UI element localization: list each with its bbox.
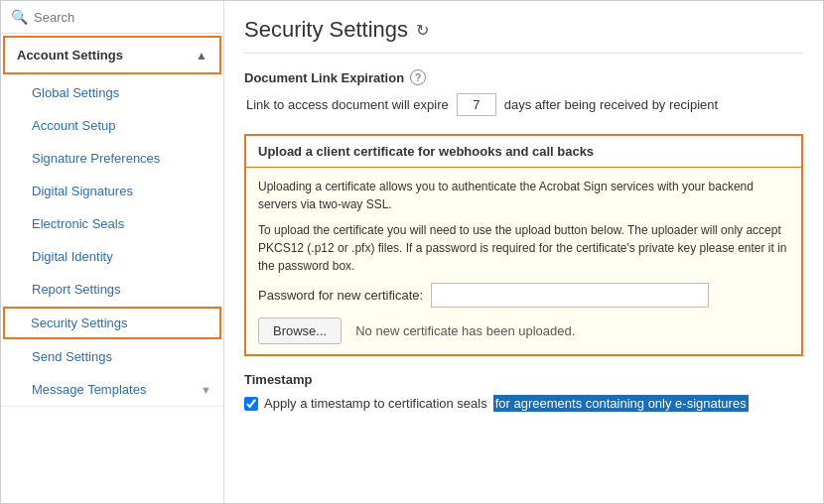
timestamp-section: Timestamp Apply a timestamp to certifica… <box>244 372 803 412</box>
sidebar-item-security-settings[interactable]: Security Settings <box>3 307 221 339</box>
days-input[interactable] <box>457 93 496 116</box>
search-icon: 🔍 <box>11 9 28 25</box>
cert-password-input[interactable] <box>431 283 709 308</box>
cert-upload-body: Uploading a certificate allows you to au… <box>246 168 801 354</box>
cert-info-text-1: Uploading a certificate allows you to au… <box>258 178 789 213</box>
sidebar-child-label: Send Settings <box>32 349 112 364</box>
sidebar-child-label: Security Settings <box>31 315 128 330</box>
sidebar-parent-label: Account Settings <box>17 48 123 63</box>
cert-password-label: Password for new certificate: <box>258 288 423 303</box>
expiration-row: Link to access document will expire days… <box>246 93 803 116</box>
expiration-suffix: days after being received by recipient <box>504 97 718 112</box>
sidebar-item-signature-preferences[interactable]: Signature Preferences <box>1 142 223 175</box>
account-settings-section: Account Settings ▲ Global Settings Accou… <box>1 36 223 407</box>
sidebar-item-global-settings[interactable]: Global Settings <box>1 76 223 109</box>
cert-password-row: Password for new certificate: <box>258 283 789 308</box>
sidebar-item-account-setup[interactable]: Account Setup <box>1 109 223 142</box>
timestamp-checkbox[interactable] <box>244 397 258 411</box>
sidebar-child-label: Report Settings <box>32 282 121 297</box>
cert-upload-header-text: Upload a client certificate for webhooks… <box>258 144 594 159</box>
search-input[interactable] <box>34 10 213 25</box>
chevron-up-icon: ▲ <box>196 49 207 63</box>
sidebar: 🔍 Account Settings ▲ Global Settings Acc… <box>1 1 224 503</box>
doc-link-expiration-section: Document Link Expiration ? Link to acces… <box>244 69 803 116</box>
page-title: Security Settings <box>244 17 408 43</box>
sidebar-item-electronic-seals[interactable]: Electronic Seals <box>1 207 223 240</box>
sidebar-item-digital-identity[interactable]: Digital Identity <box>1 240 223 273</box>
sidebar-child-label: Signature Preferences <box>32 151 160 166</box>
cert-upload-header: Upload a client certificate for webhooks… <box>246 136 801 168</box>
refresh-icon[interactable]: ↻ <box>416 21 429 40</box>
timestamp-checkbox-highlight: for agreements containing only e-signatu… <box>493 395 749 412</box>
sidebar-child-label: Digital Identity <box>32 249 113 264</box>
doc-link-expiration-label: Document Link Expiration ? <box>244 69 803 85</box>
help-icon[interactable]: ? <box>410 69 426 85</box>
sidebar-child-label: Global Settings <box>32 85 119 100</box>
sidebar-child-label: Account Setup <box>32 118 116 133</box>
cert-info-text-2: To upload the certificate you will need … <box>258 221 789 275</box>
main-content: Security Settings ↻ Document Link Expira… <box>224 1 823 503</box>
sidebar-item-report-settings[interactable]: Report Settings <box>1 273 223 306</box>
expiration-prefix: Link to access document will expire <box>246 97 449 112</box>
sidebar-child-label: Electronic Seals <box>32 216 124 231</box>
timestamp-checkbox-row: Apply a timestamp to certification seals… <box>244 395 803 412</box>
page-title-row: Security Settings ↻ <box>244 17 803 54</box>
cert-browse-row: Browse... No new certificate has been up… <box>258 317 789 344</box>
sidebar-item-send-settings[interactable]: Send Settings <box>1 340 223 373</box>
timestamp-checkbox-prefix: Apply a timestamp to certification seals <box>264 396 487 411</box>
sidebar-nav: Account Settings ▲ Global Settings Accou… <box>1 34 223 503</box>
browse-button[interactable]: Browse... <box>258 317 342 344</box>
sidebar-item-account-settings[interactable]: Account Settings ▲ <box>3 36 221 74</box>
sidebar-child-label: Message Templates <box>32 382 146 397</box>
search-bar: 🔍 <box>1 1 223 34</box>
more-indicator-icon: ▼ <box>201 384 211 396</box>
timestamp-label: Timestamp <box>244 372 803 387</box>
sidebar-item-digital-signatures[interactable]: Digital Signatures <box>1 175 223 207</box>
doc-link-label-text: Document Link Expiration <box>244 70 404 85</box>
sidebar-item-message-templates[interactable]: Message Templates ▼ <box>1 373 223 406</box>
no-cert-text: No new certificate has been uploaded. <box>355 323 575 338</box>
cert-upload-box: Upload a client certificate for webhooks… <box>244 134 803 356</box>
sidebar-child-label: Digital Signatures <box>32 184 133 198</box>
